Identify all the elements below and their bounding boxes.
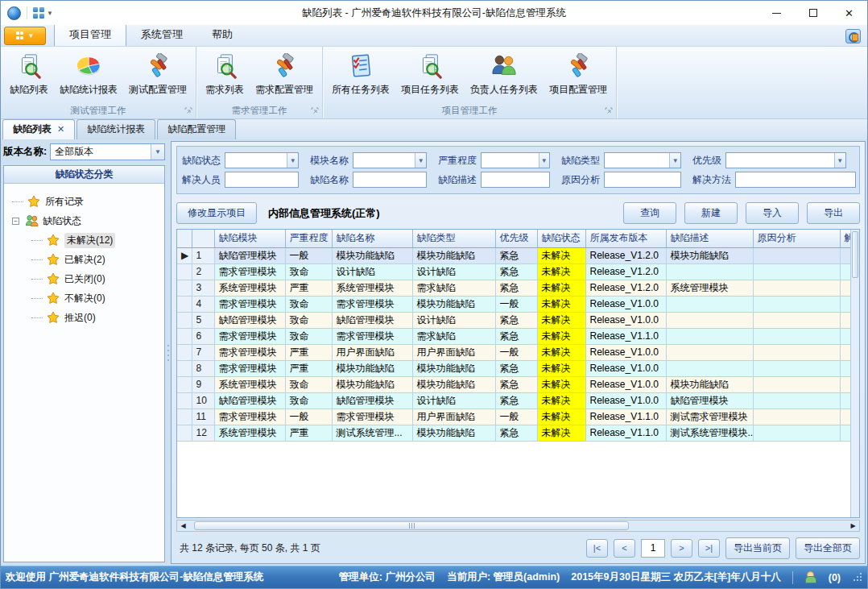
filter-input[interactable] [353, 153, 415, 168]
table-cell[interactable]: 紧急 [495, 312, 537, 328]
table-cell[interactable]: 需求管理模块 [214, 344, 285, 360]
table-cell[interactable] [753, 247, 840, 263]
table-cell[interactable]: 需求管理模块 [214, 263, 285, 280]
table-cell[interactable]: 一般 [495, 344, 537, 360]
dialog-launcher-icon[interactable] [184, 107, 192, 115]
filter-input[interactable] [225, 172, 298, 187]
filter-input[interactable] [482, 172, 549, 187]
table-cell[interactable] [666, 328, 753, 344]
table-cell[interactable]: 致命 [285, 296, 332, 312]
table-cell[interactable]: 严重 [285, 280, 332, 296]
doc-tab-defect-report[interactable]: 缺陷统计报表 [76, 119, 155, 139]
user-status-icon[interactable] [804, 571, 817, 583]
chevron-down-icon[interactable]: ▼ [669, 153, 680, 168]
table-cell[interactable]: 致命 [285, 392, 332, 409]
table-row[interactable]: 11需求管理模块一般需求管理模块用户界面缺陷一般未解决Release_V1.1.… [177, 409, 850, 425]
table-cell[interactable]: 系统管理模块 [214, 425, 285, 441]
filter-cause-field[interactable] [604, 172, 681, 188]
table-cell[interactable]: 模块功能缺陷 [412, 425, 495, 441]
table-row[interactable]: 4需求管理模块致命需求管理模块模块功能缺陷一般未解决Release_V1.0.0 [177, 296, 850, 312]
column-header[interactable]: 所属发布版本 [585, 230, 666, 247]
table-cell[interactable] [666, 344, 753, 360]
table-cell[interactable]: 缺陷管理模块 [214, 247, 285, 263]
table-cell[interactable]: 需求管理模块 [214, 296, 285, 312]
filter-resolver-field[interactable] [225, 172, 299, 188]
table-cell[interactable]: 模块功能缺陷 [412, 296, 495, 312]
tree-item-closed[interactable]: 已关闭(0) [31, 269, 161, 288]
collapse-ribbon-icon[interactable] [825, 30, 839, 43]
table-cell[interactable]: Release_V1.0.0 [585, 296, 666, 312]
table-cell[interactable]: 系统管理模块 [214, 280, 285, 296]
table-cell[interactable] [840, 425, 850, 441]
ribbon-button-defect-report[interactable]: 缺陷统计报表 [54, 49, 123, 103]
filter-solution-field[interactable] [735, 172, 856, 188]
table-cell[interactable]: 缺陷管理模块 [666, 392, 753, 409]
column-header[interactable]: 缺陷名称 [332, 230, 412, 247]
collapse-node-icon[interactable]: − [12, 218, 19, 225]
tree-item-wontfix[interactable]: 不解决(0) [31, 288, 161, 308]
chevron-down-icon[interactable]: ▼ [539, 153, 549, 168]
table-cell[interactable] [666, 312, 753, 328]
application-menu-button[interactable]: ▼ [4, 27, 46, 45]
table-row[interactable]: 7需求管理模块严重用户界面缺陷用户界面缺陷一般未解决Release_V1.0.0 [177, 344, 850, 360]
table-cell[interactable]: 一般 [285, 409, 332, 425]
filter-module-name-dropdown[interactable]: ▼ [353, 152, 427, 168]
chevron-down-icon[interactable]: ▼ [47, 10, 53, 17]
resize-grip[interactable] [854, 573, 862, 582]
quick-access-icon[interactable] [33, 7, 44, 19]
table-cell[interactable]: 缺陷管理模块 [214, 312, 285, 328]
table-cell[interactable]: Release_V1.0.0 [585, 392, 666, 409]
table-cell[interactable]: Release_V1.0.0 [585, 344, 666, 360]
ribbon-button-requirement-list[interactable]: 需求列表 [200, 49, 250, 103]
filter-defect-name-field[interactable] [353, 172, 427, 188]
table-cell[interactable]: 模块功能缺陷 [332, 247, 412, 263]
search-button[interactable]: 查询 [623, 202, 676, 224]
table-cell[interactable]: 需求缺陷 [412, 328, 495, 344]
ribbon-tab-help[interactable]: 帮助 [197, 24, 247, 46]
table-cell[interactable]: Release_V1.1.0 [585, 409, 666, 425]
table-cell[interactable] [753, 312, 840, 328]
chevron-down-icon[interactable]: ▼ [834, 153, 845, 168]
import-button[interactable]: 导入 [746, 202, 799, 224]
filter-input[interactable] [726, 153, 834, 168]
chevron-down-icon[interactable]: ▼ [287, 153, 298, 168]
filter-input[interactable] [736, 172, 855, 187]
first-page-button[interactable]: |< [586, 539, 608, 558]
table-cell[interactable] [753, 263, 840, 280]
version-dropdown[interactable]: 全部版本 ▼ [50, 143, 165, 160]
table-cell[interactable]: Release_V1.2.0 [585, 263, 666, 280]
table-cell[interactable]: 模块功能缺陷 [412, 360, 495, 376]
table-cell[interactable] [753, 376, 840, 392]
column-header[interactable]: 缺陷模块 [214, 230, 285, 247]
column-header[interactable]: 缺陷状态 [537, 230, 585, 247]
table-cell[interactable]: 紧急 [495, 247, 537, 263]
table-cell[interactable] [840, 392, 850, 409]
table-cell[interactable]: 系统管理模块 [214, 376, 285, 392]
filter-input[interactable] [225, 153, 287, 168]
table-cell[interactable]: Release_V1.1.0 [585, 328, 666, 344]
table-cell[interactable]: 未解决 [537, 425, 585, 441]
filter-input[interactable] [605, 172, 680, 187]
doc-tab-defect-list[interactable]: 缺陷列表✕ [2, 119, 75, 139]
next-page-button[interactable]: > [671, 539, 692, 558]
export-current-page-button[interactable]: 导出当前页 [725, 537, 790, 559]
table-cell[interactable]: 严重 [285, 425, 332, 441]
last-page-button[interactable]: >| [698, 539, 720, 558]
help-icon[interactable] [845, 29, 861, 44]
close-tab-icon[interactable]: ✕ [57, 124, 64, 135]
prev-page-button[interactable]: < [614, 539, 635, 558]
close-button[interactable]: ✕ [831, 1, 867, 25]
filter-defect-desc-field[interactable] [481, 172, 550, 188]
table-cell[interactable]: 紧急 [495, 376, 537, 392]
column-header[interactable]: 缺陷类型 [412, 230, 495, 247]
table-cell[interactable] [840, 296, 850, 312]
table-cell[interactable]: 未解决 [537, 344, 585, 360]
filter-input[interactable] [353, 172, 426, 187]
table-row[interactable]: ▶1缺陷管理模块一般模块功能缺陷模块功能缺陷紧急未解决Release_V1.2.… [177, 247, 850, 263]
table-cell[interactable] [753, 360, 840, 376]
table-cell[interactable]: 测试需求管理模块 [666, 409, 753, 425]
scroll-left-icon[interactable]: ◀ [177, 521, 189, 531]
table-cell[interactable]: 用户界面缺陷 [412, 409, 495, 425]
panel-splitter[interactable] [165, 139, 171, 566]
table-row[interactable]: 8需求管理模块严重模块功能缺陷模块功能缺陷紧急未解决Release_V1.0.0 [177, 360, 850, 376]
